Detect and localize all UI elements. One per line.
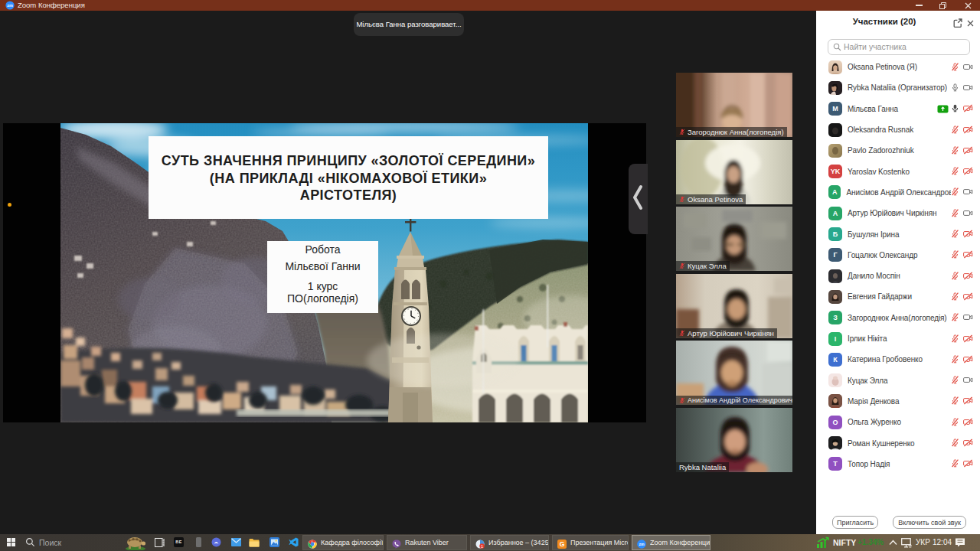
svg-text:zm: zm [639,542,645,546]
svg-text:zm: zm [7,3,13,8]
svg-text:G: G [560,540,565,548]
svg-text:1: 1 [481,544,483,549]
